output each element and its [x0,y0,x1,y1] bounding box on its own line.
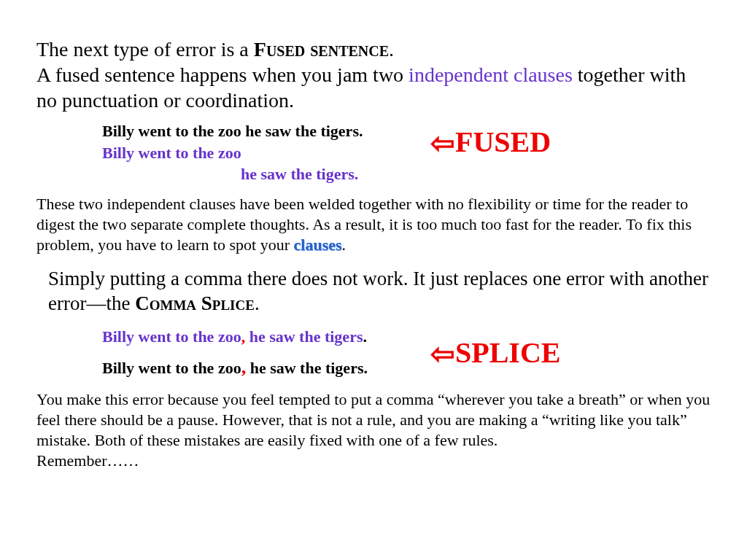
callout-splice-label: SPLICE [455,336,561,369]
example-fused-row: Billy went to the zoo he saw the tigers.… [102,120,711,185]
example-fused-clause1: Billy went to the zoo [102,142,711,164]
intro-line2-pre: A fused sentence happens when you jam tw… [36,63,409,86]
term-fused-sentence: Fused sentence [254,38,389,61]
para1-post: . [342,236,347,254]
callout-splice: ⇦SPLICE [430,327,561,380]
splice-p-end: . [363,327,367,346]
example-splice-black: Billy went to the zoo, he saw the tigers… [102,351,711,385]
splice-b-clause1: Billy went to the zoo [102,359,241,377]
example-fused-full: Billy went to the zoo he saw the tigers. [102,120,711,142]
example-fused-clause2: he saw the tigers. [241,163,711,185]
example-splice-purple: Billy went to the zoo, he saw the tigers… [102,322,711,351]
term-independent-clauses: independent clauses [409,63,573,86]
splice-p-clause1: Billy went to the zoo [102,327,241,346]
intro-line1-post: . [389,38,394,61]
paragraph-explain-fused: These two independent clauses have been … [36,194,711,255]
term-clauses: clauses [294,236,342,254]
arrow-left-icon: ⇦ [430,327,455,380]
example-splice-row: Billy went to the zoo, he saw the tigers… [102,322,711,385]
term-comma-splice: Comma Splice [135,292,255,314]
paragraph-explain-splice: You make this error because you feel tem… [36,389,711,451]
remember-line: Remember…… [36,451,711,471]
arrow-left-icon: ⇦ [430,126,455,160]
splice-p-clause2: he saw the tigers [245,327,363,346]
intro-block: The next type of error is a Fused senten… [36,36,711,113]
example-fused: Billy went to the zoo he saw the tigers.… [102,120,711,185]
para1-pre: These two independent clauses have been … [36,195,692,254]
callout-fused: ⇦FUSED [430,125,551,160]
mid-post: . [255,292,260,314]
mid-paragraph: Simply putting a comma there does not wo… [48,266,711,316]
intro-line1-pre: The next type of error is a [36,38,254,61]
slide-content: The next type of error is a Fused senten… [0,0,747,494]
splice-b-clause2: he saw the tigers. [246,359,368,377]
callout-fused-label: FUSED [455,125,551,158]
